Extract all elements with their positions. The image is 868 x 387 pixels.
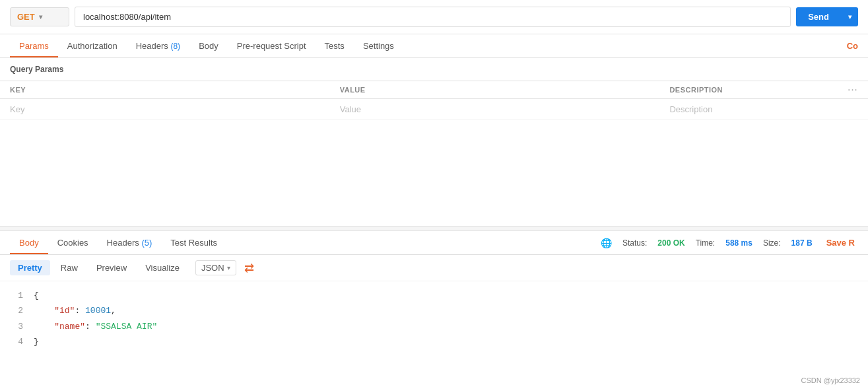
url-input[interactable] — [75, 7, 791, 27]
time-label: Time: — [696, 238, 716, 248]
section-divider — [0, 226, 868, 231]
line-num-3: 3 — [10, 319, 23, 334]
send-arrow-icon: ▾ — [842, 13, 858, 20]
tab-overflow: Co — [847, 34, 858, 57]
row-actions — [833, 99, 868, 120]
json-format-label: JSON — [201, 263, 224, 273]
time-value: 588 ms — [725, 238, 752, 248]
response-panel: Body Cookies Headers (5) Test Results 🌐 … — [0, 231, 868, 382]
tab-prerequest[interactable]: Pre-request Script — [228, 34, 316, 57]
request-tabs: Params Authorization Headers (8) Body Pr… — [0, 34, 868, 58]
tab-authorization[interactable]: Authorization — [58, 34, 127, 57]
code-content-2: "id": 10001, — [34, 303, 116, 318]
code-content-4: } — [34, 334, 39, 349]
resp-headers-badge: (5) — [141, 238, 152, 248]
method-label: GET — [17, 12, 35, 22]
top-bar: GET ▾ Send ▾ — [0, 0, 868, 34]
code-line-3: 3 "name": "SSALSA AIR" — [10, 319, 858, 334]
json-format-selector[interactable]: JSON ▾ — [195, 260, 236, 275]
tab-headers[interactable]: Headers (8) — [127, 34, 189, 57]
value-cell: Value — [330, 99, 660, 120]
col-key-header: KEY — [0, 81, 330, 99]
tab-tests[interactable]: Tests — [316, 34, 354, 57]
desc-cell: Description — [659, 99, 833, 120]
fmt-visualize[interactable]: Visualize — [137, 260, 187, 275]
tab-settings[interactable]: Settings — [354, 34, 403, 57]
send-label: Send — [796, 12, 841, 22]
tab-body[interactable]: Body — [189, 34, 228, 57]
save-response-button[interactable]: Save R — [823, 238, 858, 248]
footer-text: CSDN @yjx23332 — [801, 376, 860, 382]
resp-tab-headers[interactable]: Headers (5) — [98, 231, 162, 254]
resp-tab-cookies[interactable]: Cookies — [48, 231, 98, 254]
fmt-preview[interactable]: Preview — [88, 260, 135, 275]
code-content-3: "name": "SSALSA AIR" — [34, 319, 157, 334]
wrap-icon[interactable]: ⇄ — [244, 261, 254, 275]
code-block: 1 { 2 "id": 10001, 3 "name": "SSALSA AIR… — [0, 281, 868, 357]
resp-tab-test-results[interactable]: Test Results — [161, 231, 226, 254]
size-value: 187 B — [791, 238, 813, 248]
code-line-2: 2 "id": 10001, — [10, 303, 858, 318]
col-actions-header: ··· — [833, 81, 868, 99]
method-chevron-icon: ▾ — [39, 13, 42, 20]
fmt-pretty[interactable]: Pretty — [10, 260, 50, 275]
size-label: Size: — [763, 238, 781, 248]
params-table: KEY VALUE DESCRIPTION ··· Key Value Desc… — [0, 81, 868, 120]
status-label: Status: — [622, 238, 647, 248]
json-format-chevron-icon: ▾ — [227, 264, 230, 271]
tab-params[interactable]: Params — [10, 34, 58, 57]
line-num-2: 2 — [10, 303, 23, 318]
headers-badge: (8) — [170, 42, 180, 51]
resp-tab-body[interactable]: Body — [10, 231, 48, 254]
fmt-raw[interactable]: Raw — [53, 260, 86, 275]
key-cell: Key — [0, 99, 330, 120]
line-num-4: 4 — [10, 334, 23, 349]
method-dropdown[interactable]: GET ▾ — [10, 7, 69, 26]
globe-icon[interactable]: 🌐 — [601, 238, 612, 248]
code-line-4: 4 } — [10, 334, 858, 349]
query-params-title: Query Params — [0, 58, 868, 81]
table-row: Key Value Description — [0, 99, 868, 120]
response-tabs-bar: Body Cookies Headers (5) Test Results 🌐 … — [0, 231, 868, 255]
col-value-header: VALUE — [330, 81, 660, 99]
request-panel: Params Authorization Headers (8) Body Pr… — [0, 34, 868, 226]
line-num-1: 1 — [10, 288, 23, 303]
response-meta: 🌐 Status: 200 OK Time: 588 ms Size: 187 … — [601, 238, 858, 248]
status-value: 200 OK — [657, 238, 684, 248]
send-button[interactable]: Send ▾ — [796, 7, 858, 26]
format-bar: Pretty Raw Preview Visualize JSON ▾ ⇄ — [0, 255, 868, 281]
main-container: Params Authorization Headers (8) Body Pr… — [0, 34, 868, 382]
col-desc-header: DESCRIPTION — [659, 81, 833, 99]
code-content-1: { — [34, 288, 39, 303]
code-line-1: 1 { — [10, 288, 858, 303]
footer: CSDN @yjx23332 — [793, 374, 868, 382]
